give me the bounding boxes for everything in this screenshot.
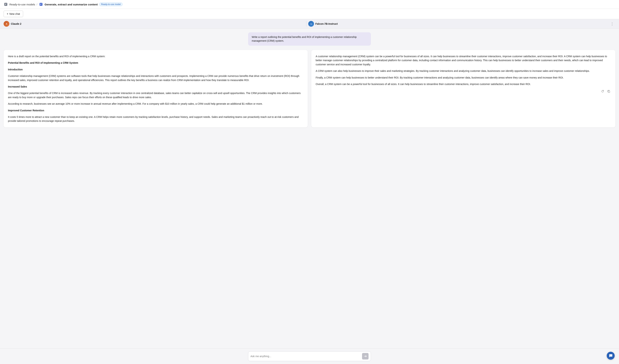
claude-avatar: A (4, 21, 9, 27)
falcon-avatar: TII (308, 21, 314, 27)
responses-grid: Here is a draft report on the potential … (4, 50, 615, 127)
claude-p9: It costs 5 times more to attract a new c… (8, 115, 303, 123)
header: Ready-to-use models / Generate, extract … (0, 0, 619, 9)
models-bar: A Claude 2 TII Falcon-7B-Instruct ⋮ (0, 19, 619, 29)
svg-text:TII: TII (310, 23, 312, 25)
page-title: Generate, extract and summarize content … (45, 2, 123, 6)
new-chat-label: New chat (9, 13, 20, 15)
svg-rect-3 (5, 5, 6, 5)
falcon-model-name: Falcon-7B-Instruct (315, 22, 338, 25)
falcon-p4: Overall, a CRM system can be a powerful … (316, 82, 611, 86)
ready-to-use-icon (4, 2, 8, 6)
claude-p2: Potential Benefits and ROI of Implementi… (8, 61, 303, 65)
ready-to-use-badge: Ready-to-use model (99, 2, 123, 6)
new-chat-button[interactable]: + New chat (4, 11, 23, 17)
falcon-p1: A customer relationship management (CRM)… (316, 54, 611, 67)
input-wrap (248, 351, 371, 361)
more-options-icon[interactable]: ⋮ (609, 21, 615, 27)
models-divider (306, 21, 307, 27)
breadcrumb-text: Ready-to-use models (9, 3, 35, 6)
claude-p3: Introduction (8, 67, 303, 71)
send-button[interactable] (362, 353, 368, 360)
falcon-p3: Finally, a CRM system can help businesse… (316, 76, 611, 80)
svg-rect-9 (608, 91, 610, 93)
refresh-button[interactable] (600, 89, 605, 94)
input-area (0, 348, 619, 364)
falcon-response-actions (316, 89, 611, 94)
page-icon (39, 2, 43, 6)
breadcrumb-separator: / (37, 3, 37, 6)
claude-model-name: Claude 2 (11, 22, 21, 25)
claude-p6: One of the biggest potential benefits of… (8, 91, 303, 99)
claude-p1: Here is a draft report on the potential … (8, 54, 303, 58)
falcon-p2: A CRM system can also help businesses to… (316, 69, 611, 73)
chat-bubble-icon (609, 354, 613, 358)
claude-response-card: Here is a draft report on the potential … (4, 50, 308, 127)
breadcrumb: Ready-to-use models / Generate, extract … (4, 2, 123, 6)
user-message-wrap: Write a report outlining the potential b… (4, 32, 615, 46)
main-content: Write a report outlining the potential b… (0, 29, 619, 364)
claude-p5: Increased Sales (8, 85, 303, 89)
svg-rect-2 (5, 4, 6, 4)
chat-area: Write a report outlining the potential b… (0, 29, 619, 348)
claude-p4: Customer relationship management (CRM) s… (8, 74, 303, 82)
falcon-response-card: A customer relationship management (CRM)… (311, 50, 615, 127)
copy-icon (607, 90, 610, 93)
refresh-icon (601, 90, 604, 93)
claude-p7: According to research, businesses see an… (8, 102, 303, 106)
claude-p8: Improved Customer Retention (8, 108, 303, 112)
svg-rect-1 (5, 4, 7, 4)
right-model: TII Falcon-7B-Instruct (308, 21, 609, 27)
chat-input[interactable] (251, 355, 362, 358)
svg-text:A: A (6, 23, 7, 25)
user-message: Write a report outlining the potential b… (248, 32, 371, 46)
send-icon (364, 355, 367, 358)
left-model: A Claude 2 (4, 21, 304, 27)
copy-button[interactable] (606, 89, 611, 94)
toolbar: + New chat (0, 9, 619, 19)
chat-bubble-fab[interactable] (607, 352, 615, 360)
plus-icon: + (7, 12, 8, 15)
